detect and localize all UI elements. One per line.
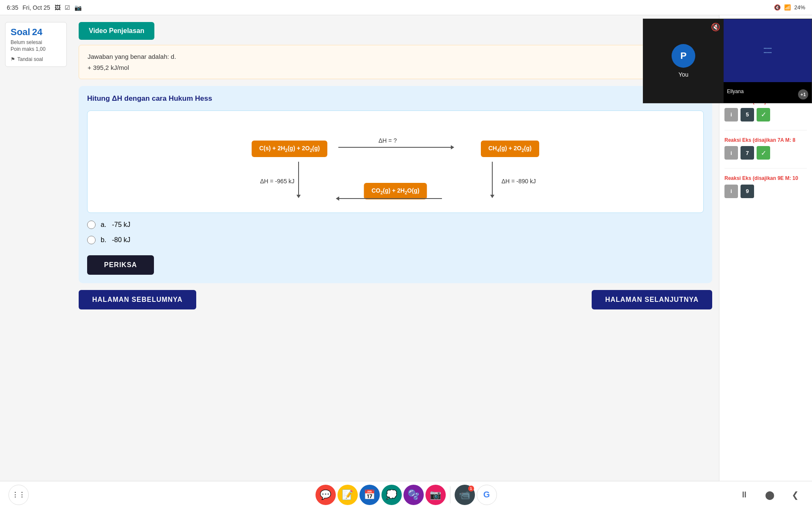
- sidebar-item-3: i 5 ✓: [724, 108, 807, 121]
- arrow-top: [338, 147, 452, 148]
- answer-box: Jawaban yang benar adalah: d. + 395,2 kJ…: [79, 45, 712, 79]
- camera-icon: 📷: [74, 4, 82, 11]
- sidebar-num-5[interactable]: 9: [741, 185, 754, 198]
- delta-left: ΔH = -965 kJ: [260, 178, 294, 185]
- question-title: Hitung ΔH dengan cara Hukum Hess: [87, 94, 704, 103]
- answer-line1: Jawaban yang benar adalah: d.: [88, 51, 703, 62]
- soal-status: Belum selesai: [11, 39, 61, 45]
- date: Fri, Oct 25: [22, 4, 50, 11]
- sidebar-num-3-info[interactable]: i: [724, 108, 738, 121]
- meet-badge: 1: [468, 486, 474, 491]
- taskbar-right: ⏸ ⬤ ❮: [736, 486, 804, 503]
- screen-content: ▪▪▪▪▪▪▪▪▪▪▪▪: [763, 46, 771, 55]
- mute-icon: 🔇: [774, 4, 781, 11]
- taskbar-recents-button[interactable]: ⏸: [736, 486, 753, 503]
- hess-box-left: C(s) + 2H2(g) + 2O2(g): [252, 141, 327, 157]
- sidebar-num-4-info[interactable]: i: [724, 146, 738, 160]
- sidebar-item-5: i 9: [724, 185, 807, 198]
- option-b-label[interactable]: b. -80 kJ: [101, 236, 130, 244]
- video-left-pane: 🔇 P You: [643, 19, 724, 103]
- video-plus-badge: +1: [798, 89, 808, 99]
- soal-number: 24: [32, 27, 42, 37]
- battery: 24%: [794, 4, 805, 11]
- question-area: Hitung ΔH dengan cara Hukum Hess ΔH = ? …: [79, 86, 712, 283]
- option-b: b. -80 kJ: [87, 236, 704, 244]
- divider-4: [724, 168, 807, 168]
- video-call-overlay: 🔇 P You ▪▪▪▪▪▪▪▪▪▪▪▪ Ellyana +1: [643, 19, 812, 103]
- taskbar: ⋮⋮ 💬 📝 📅 💭 🫧 📷 📹 1 G ⏸ ⬤ ❮: [0, 481, 812, 508]
- taskbar-google-button[interactable]: G: [477, 485, 497, 505]
- wifi-icon: 📶: [784, 4, 791, 11]
- soal-label: Soal 24: [11, 27, 61, 38]
- hess-inner: ΔH = ? C(s) + 2H2(g) + 2O2(g) CH4(g) + 2…: [247, 119, 543, 204]
- arrow-left: [298, 162, 299, 196]
- center-content: Video Penjelasan Jawaban yang benar adal…: [72, 15, 719, 481]
- taskbar-home-button[interactable]: ⬤: [761, 486, 778, 503]
- taskbar-center: 💬 📝 📅 💭 🫧 📷 📹 1 G: [315, 485, 497, 505]
- video-screen: ▪▪▪▪▪▪▪▪▪▪▪▪: [724, 19, 812, 82]
- sidebar-check-3[interactable]: ✓: [757, 108, 770, 121]
- status-bar-left: 6:35 Fri, Oct 25 🖼 ☑ 📷: [7, 4, 82, 11]
- radio-b[interactable]: [87, 236, 96, 244]
- check-icon: ☑: [65, 4, 70, 11]
- taskbar-meet-button[interactable]: 📹 1: [455, 485, 475, 505]
- video-right-pane: ▪▪▪▪▪▪▪▪▪▪▪▪ Ellyana +1: [724, 19, 812, 103]
- hess-box-bottom: CO2(g) + 2H2O(g): [364, 183, 427, 199]
- sidebar-item-4: i 7 ✓: [724, 146, 807, 160]
- sidebar-section-5: Reaksi Eks (disajikan 9E M: 10 i 9: [719, 172, 812, 203]
- sidebar-section-5-title: Reaksi Eks (disajikan 9E M: 10: [724, 175, 807, 182]
- arrow-bottom: [338, 198, 442, 199]
- prev-page-button[interactable]: HALAMAN SEBELUMNYA: [79, 290, 196, 309]
- soal-card: Soal 24 Belum selesai Poin maks 1,00 ⚑ T…: [5, 22, 67, 67]
- sidebar-section-4: Reaksi Eks (disajikan 7A M: 8 i 7 ✓: [719, 134, 812, 165]
- taskbar-notes-button[interactable]: 📝: [337, 485, 358, 505]
- taskbar-messages-button[interactable]: 💬: [315, 485, 336, 505]
- hess-box-right: CH4(g) + 2O2(g): [481, 141, 539, 157]
- taskbar-left: ⋮⋮: [8, 485, 29, 505]
- status-bar: 6:35 Fri, Oct 25 🖼 ☑ 📷 🔇 📶 24%: [0, 0, 812, 15]
- option-a: a. -75 kJ: [87, 221, 704, 229]
- taskbar-divider: [450, 486, 450, 503]
- taskbar-calendar-button[interactable]: 📅: [359, 485, 380, 505]
- taskbar-chat-button[interactable]: 💭: [381, 485, 402, 505]
- sidebar-num-4[interactable]: 7: [741, 146, 754, 160]
- left-sidebar: Soal 24 Belum selesai Poin maks 1,00 ⚑ T…: [0, 15, 72, 481]
- sidebar-section-4-title: Reaksi Eks (disajikan 7A M: 8: [724, 137, 807, 144]
- tandai-soal-button[interactable]: ⚑ Tandai soal: [11, 56, 61, 62]
- periksa-button[interactable]: PERIKSA: [87, 255, 154, 275]
- delta-top: ΔH = ?: [379, 137, 397, 144]
- taskbar-back-button[interactable]: ❮: [787, 486, 804, 503]
- video-mute-icon: 🔇: [711, 22, 720, 32]
- soal-poin: Poin maks 1,00: [11, 46, 61, 52]
- sidebar-num-5-info[interactable]: i: [724, 185, 738, 198]
- screenshot-icon: 🖼: [55, 4, 60, 11]
- video-you-label: You: [678, 71, 689, 78]
- time: 6:35: [7, 4, 18, 11]
- video-other-name: Ellyana: [727, 88, 743, 94]
- status-bar-right: 🔇 📶 24%: [774, 4, 805, 11]
- hess-diagram: ΔH = ? C(s) + 2H2(g) + 2O2(g) CH4(g) + 2…: [87, 110, 704, 213]
- divider-3: [724, 130, 807, 130]
- radio-a[interactable]: [87, 221, 96, 229]
- taskbar-bubble-button[interactable]: 🫧: [403, 485, 424, 505]
- next-page-button[interactable]: HALAMAN SELANJUTNYA: [592, 290, 712, 309]
- video-penjelasan-button[interactable]: Video Penjelasan: [79, 22, 154, 40]
- arrow-bottom-head: [336, 196, 339, 201]
- option-a-label[interactable]: a. -75 kJ: [101, 221, 130, 229]
- taskbar-camera-button[interactable]: 📷: [425, 485, 446, 505]
- sidebar-check-4[interactable]: ✓: [757, 146, 770, 160]
- video-avatar: P: [672, 44, 695, 68]
- flag-icon: ⚑: [11, 56, 15, 62]
- answer-line2: + 395,2 kJ/mol: [88, 62, 703, 73]
- taskbar-grid-button[interactable]: ⋮⋮: [8, 485, 29, 505]
- arrow-right: [492, 162, 493, 196]
- sidebar-num-3[interactable]: 5: [741, 108, 754, 121]
- delta-right: ΔH = -890 kJ: [502, 178, 536, 185]
